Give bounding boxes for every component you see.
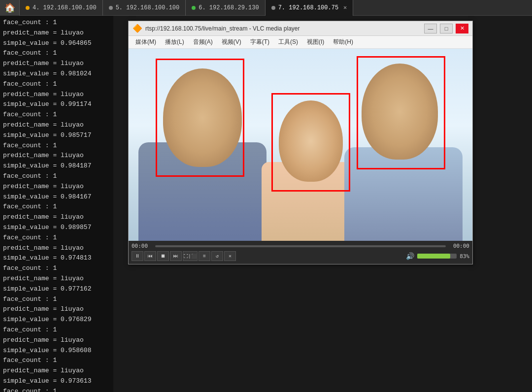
vlc-volume-bar[interactable] xyxy=(417,254,457,259)
face-bbox-center xyxy=(271,93,350,192)
console-panel: face_count : 1predict_name = liuyaosimpl… xyxy=(0,16,113,392)
home-icon: 🏠 xyxy=(4,2,15,13)
vlc-menu-tools[interactable]: 工具(S) xyxy=(274,37,302,47)
console-line: face_count : 1 xyxy=(3,171,110,182)
tab-dot-4 xyxy=(26,6,30,10)
tab-4[interactable]: 4. 192.168.100.100 xyxy=(20,0,103,16)
console-line: simple_value = 0.974813 xyxy=(3,253,110,263)
console-line: predict_name = liuyao xyxy=(3,304,110,315)
vlc-prev-button[interactable]: ⏮ xyxy=(144,251,156,261)
vlc-playlist-button[interactable]: ≡ xyxy=(199,251,210,261)
vlc-menubar: 媒体(M) 播放(L) 音频(A) 视频(V) 字幕(T) 工具(S) 视图(I… xyxy=(129,36,472,49)
console-line: face_count : 1 xyxy=(3,202,110,212)
console-line: predict_name = liuyao xyxy=(3,90,110,100)
vlc-title: rtsp://192.168.100.75/live/main_stream -… xyxy=(145,25,421,32)
vlc-window: 🔶 rtsp://192.168.100.75/live/main_stream… xyxy=(128,21,473,264)
vlc-total-time: 00:00 xyxy=(450,243,469,249)
vlc-menu-audio[interactable]: 音频(A) xyxy=(189,37,217,47)
console-line: predict_name = liuyao xyxy=(3,335,110,346)
vlc-volume-label: 83% xyxy=(460,253,469,260)
vlc-random-button[interactable]: ✕ xyxy=(224,251,236,261)
tab-dot-6 xyxy=(192,6,196,10)
console-line: simple_value = 0.958608 xyxy=(3,346,110,356)
vlc-menu-help[interactable]: 帮助(H) xyxy=(329,37,357,47)
tab-close-7[interactable]: ✕ xyxy=(343,4,347,11)
vlc-close-button[interactable]: ✕ xyxy=(456,24,468,33)
main-area: face_count : 1predict_name = liuyaosimpl… xyxy=(0,16,532,392)
tab-dot-7 xyxy=(271,6,275,10)
vlc-progress-track[interactable] xyxy=(155,245,446,247)
vlc-menu-view[interactable]: 视图(I) xyxy=(303,37,328,47)
console-line: face_count : 1 xyxy=(3,356,110,366)
right-area: 🔶 rtsp://192.168.100.75/live/main_stream… xyxy=(113,16,532,392)
console-line: predict_name = liuyao xyxy=(3,182,110,192)
vlc-fullscreen-button[interactable]: ⛶|⬛ xyxy=(183,251,198,261)
tab-5[interactable]: 5. 192.168.100.100 xyxy=(103,0,186,16)
vlc-next-button[interactable]: ⏭ xyxy=(170,251,182,261)
console-line: simple_value = 0.976829 xyxy=(3,315,110,325)
console-line: simple_value = 0.984167 xyxy=(3,192,110,202)
console-line: simple_value = 0.985717 xyxy=(3,131,110,141)
vlc-maximize-button[interactable]: □ xyxy=(440,24,453,33)
console-line: predict_name = liuyao xyxy=(3,120,110,131)
console-line: face_count : 1 xyxy=(3,141,110,151)
vlc-current-time: 00:00 xyxy=(132,243,151,249)
console-line: face_count : 1 xyxy=(3,325,110,335)
vlc-minimize-button[interactable]: — xyxy=(424,24,437,33)
console-line: simple_value = 0.989857 xyxy=(3,223,110,233)
console-line: predict_name = liuyao xyxy=(3,274,110,284)
vlc-menu-play[interactable]: 播放(L) xyxy=(161,37,188,47)
vlc-titlebar: 🔶 rtsp://192.168.100.75/live/main_stream… xyxy=(129,21,472,36)
taskbar: 🏠 4. 192.168.100.100 5. 192.168.100.100 … xyxy=(0,0,532,16)
tab-6[interactable]: 6. 192.168.29.130 xyxy=(186,0,265,16)
console-line: face_count : 1 xyxy=(3,294,110,305)
vlc-volume-fill xyxy=(417,254,450,259)
vlc-menu-subtitle[interactable]: 字幕(T) xyxy=(246,37,273,47)
console-line: simple_value = 0.973613 xyxy=(3,376,110,387)
vlc-buttons-row: ⏸ ⏮ ⏹ ⏭ ⛶|⬛ ≡ ↺ ✕ 🔊 83% xyxy=(132,251,469,263)
home-button[interactable]: 🏠 xyxy=(0,0,20,16)
vlc-volume-icon: 🔊 xyxy=(406,252,414,261)
vlc-controls: 00:00 00:00 ⏸ ⏮ ⏹ ⏭ ⛶|⬛ ≡ ↺ ✕ xyxy=(129,241,472,264)
vlc-progress-row: 00:00 00:00 xyxy=(132,243,469,249)
console-line: simple_value = 0.964865 xyxy=(3,38,110,49)
tab-label-4: 4. 192.168.100.100 xyxy=(33,4,97,11)
console-line: predict_name = liuyao xyxy=(3,151,110,161)
console-line: predict_name = liuyao xyxy=(3,243,110,254)
console-line: face_count : 1 xyxy=(3,18,110,28)
console-line: simple_value = 0.984187 xyxy=(3,161,110,171)
console-line: face_count : 1 xyxy=(3,79,110,90)
vlc-app-icon: 🔶 xyxy=(133,24,142,33)
console-line: simple_value = 0.981024 xyxy=(3,69,110,79)
console-line: predict_name = liuyao xyxy=(3,59,110,69)
tab-7[interactable]: 7. 192.168.100.75 ✕ xyxy=(266,0,354,16)
console-line: predict_name = liuyao xyxy=(3,28,110,38)
console-line: simple_value = 0.991174 xyxy=(3,99,110,110)
face-bbox-left xyxy=(156,59,244,177)
tab-label-5: 5. 192.168.100.100 xyxy=(116,4,180,11)
vlc-menu-media[interactable]: 媒体(M) xyxy=(132,37,160,47)
vlc-loop-button[interactable]: ↺ xyxy=(211,251,223,261)
vlc-video-area xyxy=(129,49,472,241)
face-bbox-right xyxy=(357,56,445,169)
console-line: predict_name = liuyao xyxy=(3,366,110,376)
tab-dot-5 xyxy=(109,6,113,10)
console-line: face_count : 1 xyxy=(3,110,110,120)
vlc-menu-video[interactable]: 视频(V) xyxy=(218,37,245,47)
vlc-stop-button[interactable]: ⏹ xyxy=(157,251,169,261)
console-line: face_count : 1 xyxy=(3,263,110,274)
tab-label-6: 6. 192.168.29.130 xyxy=(199,4,259,11)
console-line: face_count : 1 xyxy=(3,233,110,243)
console-line: face_count : 1 xyxy=(3,387,110,392)
console-line: simple_value = 0.977162 xyxy=(3,284,110,294)
console-line: face_count : 1 xyxy=(3,48,110,59)
console-line: predict_name = liuyao xyxy=(3,212,110,223)
tab-label-7: 7. 192.168.100.75 xyxy=(278,4,338,11)
video-frame xyxy=(129,49,472,241)
vlc-pause-button[interactable]: ⏸ xyxy=(132,251,143,261)
